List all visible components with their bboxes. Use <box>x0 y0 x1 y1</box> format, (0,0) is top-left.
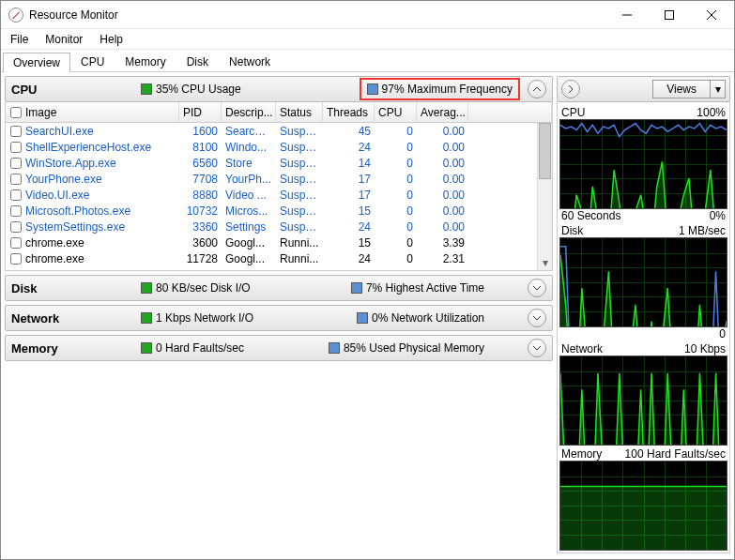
app-icon <box>8 8 23 23</box>
col-pid[interactable]: PID <box>179 102 222 122</box>
max-frequency-highlight: 97% Maximum Frequency <box>360 78 520 100</box>
views-button[interactable]: Views ▾ <box>652 80 726 98</box>
cell-pid: 8880 <box>179 189 222 202</box>
memory-used-label: 85% Used Physical Memory <box>344 341 484 355</box>
chart-canvas <box>559 356 727 446</box>
row-checkbox[interactable] <box>10 174 22 185</box>
tab-memory[interactable]: Memory <box>115 52 176 71</box>
row-checkbox[interactable] <box>10 158 22 169</box>
blue-swatch-icon <box>329 342 340 354</box>
chart-title: Memory <box>561 447 602 461</box>
table-row[interactable]: SystemSettings.exe3360SettingsSuspe...24… <box>6 219 552 235</box>
col-cpu[interactable]: CPU <box>375 102 417 122</box>
cpu-table-body: SearchUI.exe1600Search ...Suspe...4500.0… <box>6 123 552 270</box>
cell-threads: 17 <box>323 173 375 186</box>
row-checkbox[interactable] <box>10 253 22 265</box>
menu-help[interactable]: Help <box>96 31 127 48</box>
cell-avg: 0.00 <box>417 173 468 186</box>
cell-avg: 0.00 <box>417 141 468 154</box>
chart-canvas <box>559 237 727 327</box>
table-row[interactable]: Video.UI.exe8880Video ...Suspe...1700.00 <box>6 187 552 203</box>
memory-panel-header[interactable]: Memory 0 Hard Faults/sec 85% Used Physic… <box>5 335 553 361</box>
cell-avg: 0.00 <box>417 204 468 218</box>
cell-threads: 15 <box>323 236 375 250</box>
green-swatch-icon <box>141 342 152 354</box>
table-row[interactable]: SearchUI.exe1600Search ...Suspe...4500.0… <box>6 123 552 139</box>
chart-foot-right: 0 <box>719 327 726 341</box>
scrollbar-thumb[interactable] <box>539 123 551 179</box>
chart-title: Disk <box>561 224 583 237</box>
disk-panel-header[interactable]: Disk 80 KB/sec Disk I/O 7% Highest Activ… <box>5 275 553 301</box>
cell-cpu: 0 <box>375 141 417 154</box>
scroll-down-arrow-icon[interactable]: ▾ <box>538 255 552 270</box>
tab-disk[interactable]: Disk <box>176 52 219 71</box>
network-panel-header[interactable]: Network 1 Kbps Network I/O 0% Network Ut… <box>5 305 553 331</box>
menu-bar: File Monitor Help <box>1 29 734 50</box>
table-row[interactable]: YourPhone.exe7708YourPh...Suspe...1700.0… <box>6 171 552 187</box>
cell-desc: YourPh... <box>222 173 276 186</box>
table-row[interactable]: chrome.exe11728Googl...Runni...2402.31 <box>6 250 552 266</box>
minimize-button[interactable] <box>605 2 648 28</box>
cell-pid: 3600 <box>179 236 222 250</box>
row-checkbox[interactable] <box>10 237 22 249</box>
row-checkbox[interactable] <box>10 205 22 217</box>
cell-image: WinStore.App.exe <box>6 157 179 170</box>
row-checkbox[interactable] <box>10 126 22 137</box>
close-button[interactable] <box>690 2 732 28</box>
table-row[interactable]: Microsoft.Photos.exe10732Micros...Suspe.… <box>6 203 552 219</box>
select-all-checkbox[interactable] <box>10 107 22 118</box>
network-panel-title: Network <box>11 311 133 325</box>
menu-file[interactable]: File <box>7 31 32 48</box>
cpu-panel-title: CPU <box>11 83 133 97</box>
chart-scale: 100% <box>697 106 726 119</box>
table-row[interactable]: ShellExperienceHost.exe8100Windo...Suspe… <box>6 139 552 155</box>
col-avg[interactable]: Averag... <box>417 102 468 122</box>
maximize-button[interactable] <box>648 2 690 28</box>
cell-avg: 2.31 <box>417 252 468 265</box>
cell-image: Microsoft.Photos.exe <box>6 204 179 218</box>
cell-cpu: 0 <box>375 189 417 202</box>
expand-disk-button[interactable] <box>528 279 546 297</box>
green-swatch-icon <box>141 312 152 324</box>
chart-disk: Disk1 MB/sec0 <box>559 224 727 341</box>
collapse-charts-button[interactable] <box>561 80 580 98</box>
tab-cpu[interactable]: CPU <box>70 52 115 71</box>
disk-io-label: 80 KB/sec Disk I/O <box>156 281 251 295</box>
cell-image: SearchUI.exe <box>6 125 179 138</box>
cell-status: Suspe... <box>276 220 323 234</box>
col-threads[interactable]: Threads <box>323 102 375 122</box>
cell-avg: 0.00 <box>417 189 468 202</box>
expand-memory-button[interactable] <box>528 339 546 357</box>
green-swatch-icon <box>141 282 152 294</box>
cell-threads: 45 <box>323 125 375 138</box>
chart-scale: 1 MB/sec <box>679 224 726 237</box>
cell-desc: Googl... <box>222 252 276 265</box>
chart-cpu: CPU100%60 Seconds0% <box>559 106 727 222</box>
window-title: Resource Monitor <box>29 8 605 22</box>
col-desc[interactable]: Descrip... <box>222 102 276 122</box>
cell-status: Runni... <box>276 252 323 265</box>
tab-network[interactable]: Network <box>219 52 281 71</box>
cell-pid: 10732 <box>179 204 222 218</box>
tab-bar: Overview CPU Memory Disk Network <box>1 50 734 72</box>
cell-desc: Search ... <box>222 125 276 138</box>
table-row[interactable]: chrome.exe3600Googl...Runni...1503.39 <box>6 235 552 250</box>
col-status[interactable]: Status <box>276 102 323 122</box>
tab-overview[interactable]: Overview <box>3 53 70 72</box>
cpu-table-header: Image PID Descrip... Status Threads CPU … <box>6 102 552 123</box>
menu-monitor[interactable]: Monitor <box>41 31 86 48</box>
cell-image: chrome.exe <box>6 236 179 250</box>
collapse-cpu-button[interactable] <box>528 80 546 98</box>
cell-status: Runni... <box>276 236 323 250</box>
row-checkbox[interactable] <box>10 189 22 201</box>
col-image[interactable]: Image <box>6 102 179 122</box>
row-checkbox[interactable] <box>10 221 22 233</box>
cpu-panel-header[interactable]: CPU 35% CPU Usage 97% Maximum Frequency <box>5 76 553 102</box>
cell-pid: 11728 <box>179 252 222 265</box>
charts-container: CPU100%60 Seconds0%Disk1 MB/sec0Network1… <box>557 102 730 553</box>
row-checkbox[interactable] <box>10 142 22 153</box>
expand-network-button[interactable] <box>528 309 546 327</box>
table-row[interactable]: WinStore.App.exe6560StoreSuspe...1400.00 <box>6 155 552 171</box>
vertical-scrollbar[interactable]: ▴ ▾ <box>537 123 552 270</box>
views-dropdown-arrow-icon[interactable]: ▾ <box>710 81 725 98</box>
